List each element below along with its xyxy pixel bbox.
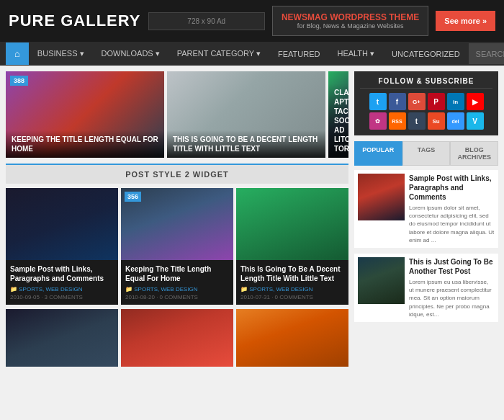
sidebar-post-img-2 xyxy=(358,257,405,304)
twitter-icon[interactable]: t xyxy=(369,93,387,110)
vimeo-icon[interactable]: V xyxy=(467,112,484,130)
sidebar-post-title-1: Sample Post with Links, Paragraphs and C… xyxy=(409,174,495,202)
facebook-icon[interactable]: f xyxy=(389,93,406,110)
sidebar-follow-title: FOLLOW & SUBSCRIBE xyxy=(360,77,492,89)
sidebar-post-1[interactable]: Sample Post with Links, Paragraphs and C… xyxy=(354,170,498,248)
post-card-date-3: 2010-07-31 · 0 COMMENTS xyxy=(240,294,344,300)
social-icons-list: t f G+ P in ▶ ✿ RSS t Su del V xyxy=(360,93,492,130)
widget-title: POST STYLE 2 WIDGET xyxy=(6,164,348,184)
ad-banner-728: 728 x 90 Ad xyxy=(148,12,265,30)
linkedin-icon[interactable]: in xyxy=(447,93,464,110)
ad-promo-block: NEWSMAG WORDPRESS THEME for Blog, News &… xyxy=(272,6,428,36)
sidebar-follow-section: FOLLOW & SUBSCRIBE t f G+ P in ▶ ✿ RSS t… xyxy=(354,71,498,135)
left-content: 388 KEEPING THE TITLE LENGTH EQUAL FOR H… xyxy=(6,71,348,367)
nav-downloads[interactable]: DOWNLOADS ▾ xyxy=(93,42,168,66)
nav-business[interactable]: BUSINESS ▾ xyxy=(29,42,93,66)
tab-blog-archives[interactable]: BLOG ARCHIVES xyxy=(450,141,498,166)
post-badge-1: 388 xyxy=(10,76,28,86)
pinterest-icon[interactable]: P xyxy=(428,93,445,110)
sidebar-post-2[interactable]: This is Just Going To Be Another Test Po… xyxy=(354,254,498,322)
promo-subtitle: for Blog, News & Magazine Websites xyxy=(282,22,419,30)
post-card-meta-2: 📁 SPORTS, WEB DESIGN xyxy=(125,286,229,292)
sidebar-post-content-1: Sample Post with Links, Paragraphs and C… xyxy=(409,174,495,244)
sidebar-post-content-2: This is Just Going To Be Another Test Po… xyxy=(409,257,495,318)
sidebar-post-img-1 xyxy=(358,174,405,220)
youtube-icon[interactable]: ▶ xyxy=(467,93,484,110)
post-card-date-2: 2010-08-20 · 0 COMMENTS xyxy=(125,294,229,300)
featured-post-2[interactable]: THIS IS GOING TO BE A DECENT LENGTH TITL… xyxy=(167,71,325,158)
navigation: ⌂ BUSINESS ▾ DOWNLOADS ▾ PARENT CATEGORY… xyxy=(0,42,504,66)
nav-uncategorized[interactable]: UNCATEGORIZED xyxy=(383,43,469,66)
post-badge-2: 356 xyxy=(125,192,141,202)
post-card-body-3: This Is Going To Be A Decent Length Titl… xyxy=(236,260,348,305)
bottom-post-grid xyxy=(6,309,348,367)
featured-title-2: THIS IS GOING TO BE A DECENT LENGTH TITL… xyxy=(173,135,320,153)
search-input[interactable] xyxy=(469,43,504,64)
site-title: PURE GALLERY xyxy=(9,13,141,29)
stumbleupon-icon[interactable]: Su xyxy=(428,112,445,130)
featured-post-1[interactable]: 388 KEEPING THE TITLE LENGTH EQUAL FOR H… xyxy=(6,71,164,158)
featured-title-3: CLASS APTENT TACITI SOCIOSQU AD LITORA T… xyxy=(334,88,343,153)
post-overlay-3: CLASS APTENT TACITI SOCIOSQU AD LITORA T… xyxy=(328,84,348,158)
post-card-img-3 xyxy=(236,188,348,260)
delicious-icon[interactable]: del xyxy=(447,112,464,130)
post-card-meta-3: 📁 SPORTS, WEB DESIGN xyxy=(240,286,344,292)
search-form: 🔍 xyxy=(469,43,504,64)
post-grid: Sample Post with Links, Paragraphs and C… xyxy=(6,188,348,305)
bottom-post-3[interactable] xyxy=(236,309,348,367)
post-card-date-1: 2010-09-05 · 3 COMMENTS xyxy=(10,294,114,300)
tumblr-icon[interactable]: t xyxy=(408,112,426,130)
bottom-post-2[interactable] xyxy=(121,309,233,367)
promo-title: NEWSMAG WORDPRESS THEME xyxy=(282,12,419,22)
nav-parent-category[interactable]: PARENT CATEGORY ▾ xyxy=(168,42,269,66)
featured-post-3[interactable]: CLASS APTENT TACITI SOCIOSQU AD LITORA T… xyxy=(328,71,348,158)
featured-grid: 388 KEEPING THE TITLE LENGTH EQUAL FOR H… xyxy=(6,71,348,158)
instagram-icon[interactable]: ✿ xyxy=(369,112,387,130)
post-overlay-2: THIS IS GOING TO BE A DECENT LENGTH TITL… xyxy=(167,130,325,158)
main-content: 388 KEEPING THE TITLE LENGTH EQUAL FOR H… xyxy=(0,66,504,372)
sidebar-tabs: POPULAR TAGS BLOG ARCHIVES xyxy=(354,141,498,166)
post-card-img-1 xyxy=(6,188,118,260)
post-card-1[interactable]: Sample Post with Links, Paragraphs and C… xyxy=(6,188,118,305)
post-card-2[interactable]: 356 Keeping The Title Length Equal For H… xyxy=(121,188,233,305)
tab-popular[interactable]: POPULAR xyxy=(354,141,402,166)
site-branding: PURE GALLERY xyxy=(9,13,141,29)
header: PURE GALLERY 728 x 90 Ad NEWSMAG WORDPRE… xyxy=(0,0,504,42)
tab-tags[interactable]: TAGS xyxy=(402,141,451,166)
rss-icon[interactable]: RSS xyxy=(389,112,406,130)
post-card-title-3: This Is Going To Be A Decent Length Titl… xyxy=(240,264,344,283)
post-card-meta-1: 📁 SPORTS, WEB DESIGN xyxy=(10,286,114,292)
post-card-title-2: Keeping The Title Length Equal For Home xyxy=(125,264,229,283)
post-card-body-1: Sample Post with Links, Paragraphs and C… xyxy=(6,260,118,305)
post-card-img-2: 356 xyxy=(121,188,233,260)
post-overlay-1: KEEPING THE TITLE LENGTH EQUAL FOR HOME xyxy=(6,130,164,158)
featured-title-1: KEEPING THE TITLE LENGTH EQUAL FOR HOME xyxy=(12,135,158,153)
post-card-title-1: Sample Post with Links, Paragraphs and C… xyxy=(10,264,114,283)
sidebar-post-text-2: Lorem ipsum eu usa libervisse, ut munere… xyxy=(409,278,495,318)
post-card-body-2: Keeping The Title Length Equal For Home … xyxy=(121,260,233,305)
see-more-button[interactable]: See more » xyxy=(436,11,495,31)
sidebar-post-title-2: This is Just Going To Be Another Test Po… xyxy=(409,257,495,276)
post-card-3[interactable]: This Is Going To Be A Decent Length Titl… xyxy=(236,188,348,305)
nav-health[interactable]: HEALTH ▾ xyxy=(328,42,383,66)
nav-featured[interactable]: FEATURED xyxy=(269,43,328,66)
bottom-post-1[interactable] xyxy=(6,309,118,367)
sidebar-post-text-1: Lorem ipsum dolor sit amet, consectetur … xyxy=(409,204,495,244)
right-sidebar: FOLLOW & SUBSCRIBE t f G+ P in ▶ ✿ RSS t… xyxy=(354,71,498,367)
nav-home[interactable]: ⌂ xyxy=(6,43,29,65)
gplus-icon[interactable]: G+ xyxy=(408,93,426,110)
